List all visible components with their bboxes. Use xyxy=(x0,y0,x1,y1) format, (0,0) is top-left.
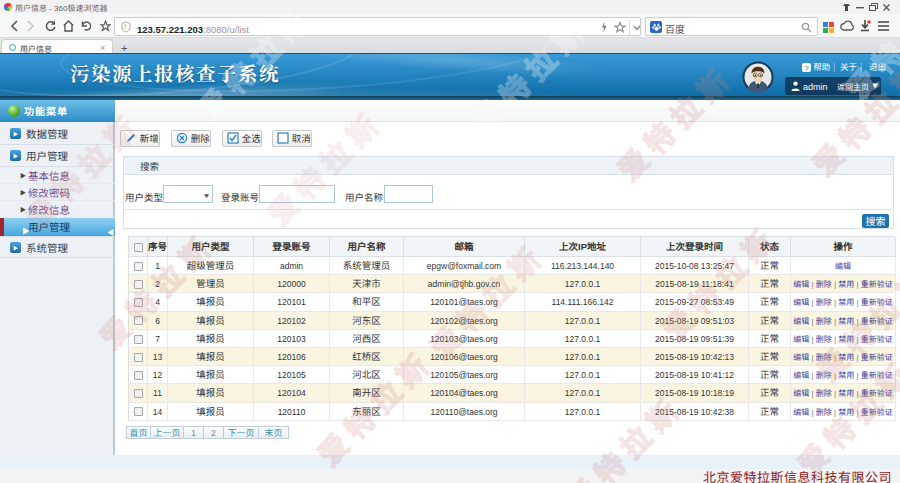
svg-text:!: ! xyxy=(124,21,126,31)
